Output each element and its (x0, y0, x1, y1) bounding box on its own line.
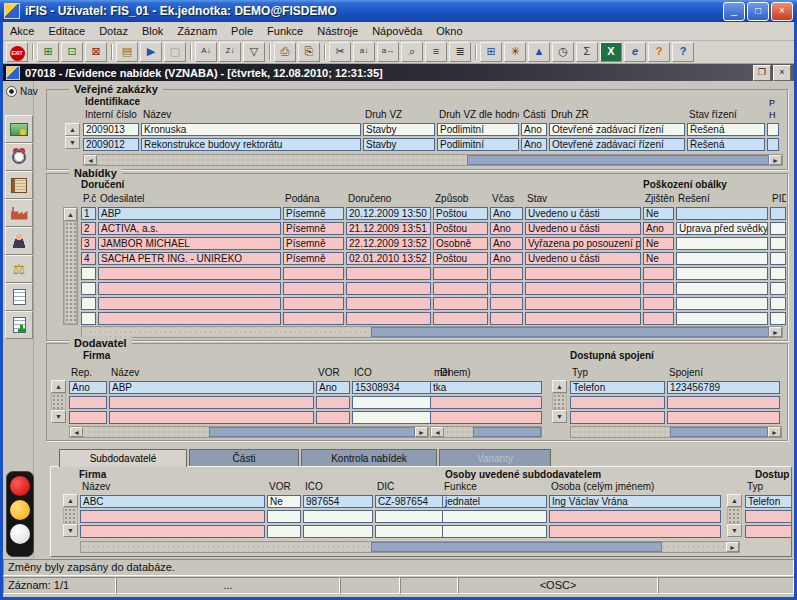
cell[interactable] (770, 282, 786, 295)
cell[interactable] (81, 267, 96, 280)
cell[interactable] (490, 267, 523, 280)
scroll-track[interactable] (82, 327, 769, 337)
cell[interactable] (98, 267, 281, 280)
scroll-thumb[interactable] (473, 427, 541, 437)
cell[interactable] (549, 510, 721, 523)
cell[interactable]: Rekonstrukce budovy rektorátu (141, 138, 361, 151)
help-button[interactable]: ? (672, 42, 694, 62)
sort-asc-button[interactable]: A↓ (195, 42, 217, 62)
menu-nastroje[interactable]: Nástroje (310, 22, 365, 40)
cell[interactable]: Ano (316, 381, 350, 394)
cell[interactable] (442, 510, 547, 523)
person-nav-button[interactable] (5, 227, 33, 255)
cell[interactable] (80, 510, 265, 523)
scroll-thumb[interactable] (467, 155, 769, 165)
cell[interactable] (69, 411, 107, 424)
cell[interactable] (81, 282, 96, 295)
cell[interactable]: 1 (81, 207, 96, 220)
menu-pole[interactable]: Pole (224, 22, 260, 40)
scroll-track[interactable] (81, 542, 726, 552)
menu-okno[interactable]: Okno (429, 22, 469, 40)
cell[interactable]: Stavby (363, 138, 435, 151)
cell[interactable] (643, 297, 674, 310)
cell[interactable] (525, 297, 641, 310)
cell[interactable]: Ne (643, 237, 674, 250)
cell[interactable] (109, 396, 314, 409)
up-arrow-button[interactable]: ▲ (64, 208, 77, 221)
cell[interactable] (770, 222, 786, 235)
cell[interactable] (770, 297, 786, 310)
maximize-button[interactable]: □ (747, 2, 769, 21)
filter-button[interactable]: ▽ (243, 42, 265, 62)
cell[interactable] (676, 252, 768, 265)
menu-dotaz[interactable]: Dotaz (92, 22, 135, 40)
mdi-close-button[interactable]: × (773, 65, 791, 81)
spinner-track[interactable] (51, 393, 66, 410)
close-form-button[interactable]: ▢ (164, 42, 186, 62)
spinner-track[interactable] (552, 393, 567, 410)
cell[interactable]: Ano (643, 222, 674, 235)
cell[interactable]: CZ-987654 (375, 495, 444, 508)
cell[interactable]: Otevřené zadávací řízení (549, 138, 685, 151)
cell[interactable]: Kronuska (141, 123, 361, 136)
cell[interactable] (767, 123, 779, 136)
cell[interactable]: Řešená (687, 138, 765, 151)
cell[interactable] (676, 267, 768, 280)
cell[interactable]: Ano (490, 237, 523, 250)
cell[interactable] (676, 297, 768, 310)
cell[interactable]: SACHA PETR ING. - UNIREKO (98, 252, 281, 265)
scroll-track[interactable] (444, 427, 541, 437)
up-arrow-button[interactable]: ▲ (552, 380, 567, 393)
cell[interactable]: Úprava před svědky (676, 222, 768, 235)
cell[interactable]: Písemně (283, 237, 344, 250)
cell[interactable] (430, 396, 542, 409)
cell[interactable]: ABP (109, 381, 314, 394)
cell[interactable]: 2 (81, 222, 96, 235)
cell[interactable] (676, 312, 768, 325)
down-arrow-button[interactable]: ▼ (65, 136, 80, 149)
cell[interactable]: Poštou (433, 252, 488, 265)
cell[interactable]: Ne (267, 495, 301, 508)
cell[interactable] (346, 312, 431, 325)
cell[interactable] (770, 252, 786, 265)
wheel-button[interactable]: ✳ (504, 42, 526, 62)
cell[interactable] (283, 297, 344, 310)
cell[interactable]: Osobně (433, 237, 488, 250)
cell[interactable]: Písemně (283, 207, 344, 220)
cell[interactable] (745, 510, 792, 523)
menu-napoveda[interactable]: Nápověda (365, 22, 429, 40)
mdi-restore-button[interactable]: ❐ (753, 65, 771, 81)
scroll-left-button[interactable]: ◄ (84, 155, 97, 165)
cell[interactable]: Uvedeno u části (525, 252, 641, 265)
cell[interactable]: Podlimitní (437, 123, 519, 136)
cell[interactable] (643, 267, 674, 280)
cell[interactable] (676, 207, 768, 220)
cell[interactable] (525, 267, 641, 280)
factory-nav-button[interactable] (5, 199, 33, 227)
cell[interactable]: 21.12.2009 13:51 (346, 222, 431, 235)
scroll-right-button[interactable]: ► (769, 155, 782, 165)
excel-button[interactable]: X (600, 42, 622, 62)
sort-desc-button[interactable]: Z↓ (219, 42, 241, 62)
cell[interactable]: 15308934 (352, 381, 436, 394)
scroll-track[interactable] (83, 427, 415, 437)
copy-record-button[interactable]: ⊡ (61, 42, 83, 62)
cell[interactable] (98, 312, 281, 325)
paste-button[interactable]: a↓ (353, 42, 375, 62)
scroll-right-button[interactable]: ► (415, 427, 428, 437)
cell[interactable] (283, 267, 344, 280)
cell[interactable]: 02.01.2010 13:52 (346, 252, 431, 265)
cell[interactable] (745, 525, 792, 538)
cell[interactable] (316, 411, 350, 424)
replace-button[interactable]: a↔ (377, 42, 399, 62)
cell[interactable] (375, 510, 444, 523)
cell[interactable]: Telefon (745, 495, 792, 508)
cell[interactable] (770, 207, 786, 220)
alarm-nav-button[interactable] (5, 143, 33, 171)
cell[interactable] (490, 297, 523, 310)
cell[interactable]: Uvedeno u části (525, 207, 641, 220)
cell[interactable] (676, 237, 768, 250)
cell[interactable] (267, 510, 301, 523)
tab-kontrola-nabidek[interactable]: Kontrola nabídek (301, 449, 437, 467)
cell[interactable] (109, 411, 314, 424)
